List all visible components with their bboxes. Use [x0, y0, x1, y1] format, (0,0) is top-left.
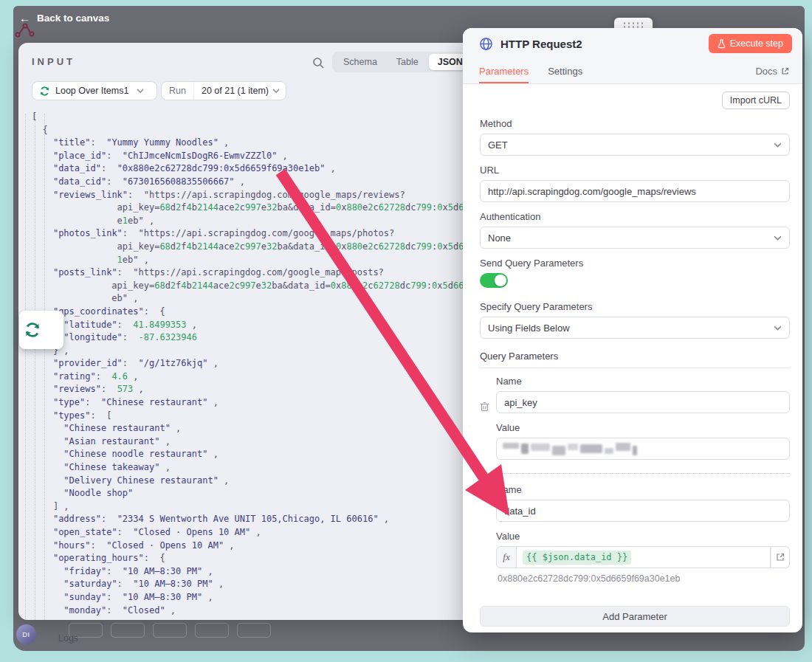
json-viewer[interactable]: [ { "title": "Yummy Yummy Noodles" , "pl… [32, 111, 517, 617]
authentication-select[interactable]: None [480, 227, 790, 249]
input-node-selector-value: Loop Over Items1 [55, 86, 131, 96]
open-editor-icon [776, 553, 785, 562]
chevron-down-icon [774, 325, 782, 331]
authentication-label: Authentication [480, 211, 790, 222]
api-key-value-redacted[interactable] [496, 438, 790, 460]
expression-field: fx {{ $json.data_id }} [496, 546, 790, 568]
workflow-nodes-icon [15, 22, 37, 38]
param-name-label: Name [496, 484, 790, 495]
open-expression-editor-button[interactable] [771, 546, 790, 568]
specify-query-parameters-label: Specify Query Parameters [480, 301, 790, 312]
background-button-outline [237, 623, 271, 638]
run-selector-prefix: Run [162, 82, 194, 100]
node-panel-header: HTTP Request2 Execute step [463, 28, 802, 59]
background-button-outline [153, 623, 187, 638]
background-button-outline [195, 623, 229, 638]
param-name-input[interactable] [496, 500, 790, 522]
loop-icon [24, 321, 41, 339]
method-label: Method [480, 118, 790, 129]
run-selector[interactable]: Run 20 of 21 (1 item) [161, 81, 286, 100]
tab-parameters[interactable]: Parameters [479, 66, 529, 83]
back-to-canvas-button[interactable]: ← Back to canvas [19, 12, 109, 24]
url-label: URL [480, 165, 790, 176]
send-query-parameters-toggle[interactable] [480, 273, 508, 288]
parameter-divider [496, 473, 790, 474]
node-panel-tabs: Parameters Settings Docs [463, 59, 802, 84]
authentication-value: None [488, 232, 511, 244]
back-to-canvas-label: Back to canvas [37, 13, 109, 24]
tab-table[interactable]: Table [388, 54, 427, 70]
query-parameter-row: Name Value [496, 376, 790, 460]
param-name-input[interactable] [496, 391, 790, 413]
method-select[interactable]: GET [480, 134, 790, 156]
trash-icon[interactable] [480, 401, 489, 412]
external-link-icon [781, 67, 789, 75]
url-input[interactable] [480, 180, 790, 202]
loop-node-card[interactable] [19, 311, 63, 349]
input-node-selector[interactable]: Loop Over Items1 [32, 81, 157, 100]
view-mode-tabs: Schema Table JSON [332, 52, 474, 72]
param-value-label: Value [496, 422, 790, 433]
send-query-parameters-label: Send Query Parameters [480, 258, 790, 269]
search-icon[interactable] [312, 57, 325, 69]
chevron-down-icon [774, 235, 782, 241]
flask-icon [718, 39, 726, 49]
run-selector-value: 20 of 21 (1 item) [194, 86, 272, 96]
input-panel-title: INPUT [32, 56, 75, 67]
expression-input[interactable]: {{ $json.data_id }} [517, 546, 771, 568]
loop-icon [39, 86, 50, 97]
query-parameters-heading: Query Parameters [480, 351, 790, 368]
query-parameter-row: Name Value fx {{ $json.data_id }} 0x880e… [496, 484, 790, 584]
specify-query-parameters-value: Using Fields Below [488, 323, 570, 334]
chevron-down-icon [272, 89, 280, 93]
docs-label: Docs [755, 66, 777, 77]
execute-step-button[interactable]: Execute step [709, 34, 792, 53]
expression-value: {{ $json.data_id }} [523, 551, 631, 565]
chevron-down-icon [774, 142, 782, 148]
node-panel-body: Import cURL Method GET URL Authenticatio… [463, 84, 802, 632]
expression-result-preview: 0x880e2c62728dc799:0x5d6659f69a30e1eb [498, 573, 790, 584]
docs-link[interactable]: Docs [755, 66, 789, 83]
toggle-knob [495, 275, 506, 286]
avatar[interactable]: DI [16, 624, 36, 644]
background-button-outline [111, 623, 145, 638]
fx-badge: fx [496, 546, 517, 568]
globe-icon [479, 37, 493, 51]
tab-settings[interactable]: Settings [548, 66, 582, 83]
import-curl-button[interactable]: Import cURL [722, 92, 790, 109]
http-request-panel: HTTP Request2 Execute step Parameters Se… [463, 28, 802, 632]
add-parameter-button[interactable]: Add Parameter [480, 606, 790, 627]
node-title: HTTP Request2 [500, 38, 701, 50]
logs-label[interactable]: Logs [58, 633, 78, 644]
param-name-label: Name [496, 376, 790, 387]
tab-schema[interactable]: Schema [334, 54, 386, 70]
param-value-label: Value [496, 531, 790, 542]
back-arrow-icon: ← [19, 12, 30, 24]
specify-query-parameters-select[interactable]: Using Fields Below [480, 317, 790, 339]
indent-guide [25, 114, 26, 620]
chevron-down-icon [137, 89, 144, 93]
method-value: GET [488, 139, 508, 151]
execute-step-label: Execute step [730, 38, 783, 49]
